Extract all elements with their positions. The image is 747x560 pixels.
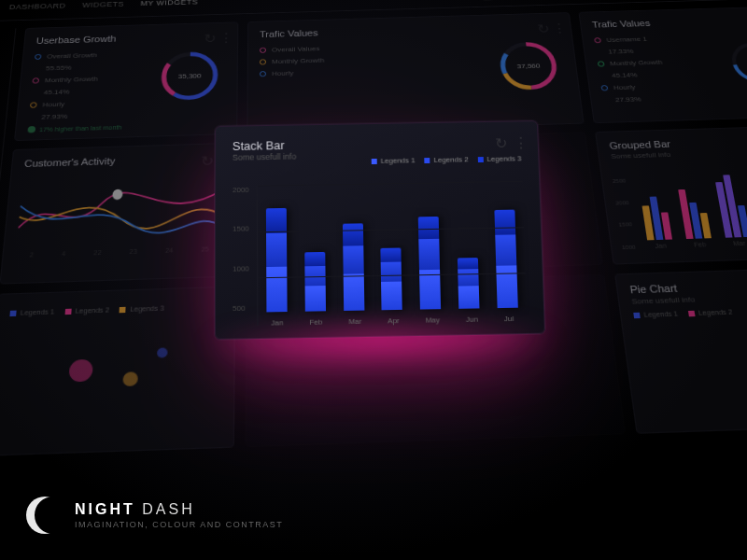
bar [343,223,364,311]
svg-point-10 [112,189,123,200]
panel-title: Pie Chart [629,277,747,295]
grouped-bar-chart: 2500200015001000 Jan Feb Mar [614,173,747,250]
panel-title: Trafic Values [260,21,559,39]
refresh-icon[interactable] [204,31,213,39]
more-icon[interactable] [218,31,228,39]
donut-chart: 37,560 [494,38,564,94]
more-icon[interactable] [514,134,525,146]
brand-title: NIGHT DASH [75,501,283,518]
metric-label: Hourly [42,101,64,109]
legend-item: Legends 2 [75,306,109,314]
sidebar-item-dashboard[interactable]: Dashboard [0,48,13,69]
metric-value: 45.14% [612,67,747,79]
panel-stack-bar-hero: Stack Bar Some usefull info Legends 1 Le… [215,120,545,340]
brand-logo: NIGHT DASH IMAGINATION, COLOUR AND CONTR… [26,497,283,534]
growth-note: 17% higher than last month [27,123,121,133]
bubble-chart [0,319,222,417]
panel-title: Trafic Values [591,15,747,29]
crescent-icon [26,497,63,534]
legend-item: Legends 1 [21,308,55,315]
metric-label: Monthly Growth [272,57,324,65]
donut-center-value: 37,560 [494,38,564,94]
nav-tab-dashboard[interactable]: DASHBOARD [9,2,66,11]
brand-tagline: IMAGINATION, COLOUR AND CONTRAST [75,520,283,529]
more-icon[interactable] [551,21,561,29]
bar [494,210,517,309]
refresh-icon[interactable] [495,134,506,146]
sidebar-item-networking[interactable]: Networking [0,28,15,49]
y-axis: 200015001000500 [233,186,257,327]
refresh-icon[interactable] [536,21,546,30]
panel-title: Customer's Activity [24,152,225,169]
metric-label: Overall Growth [47,51,97,60]
panel-grouped-bar: Grouped Bar Some usefull info Legends 1 … [595,125,747,264]
donut-center-value: 35,300 [156,48,222,104]
stacked-bar-chart: 200015001000500 JanFebMarAprMayJunJul [233,181,527,326]
metric-value: 27.93% [614,91,747,104]
bar [381,248,402,311]
panel-title: Userbase Growth [35,31,226,46]
metric-label: Hourly [613,83,636,91]
panel-pie-chart: Pie Chart Some usefull info Legends 1 Le… [614,267,747,434]
bar [418,217,441,310]
panel-trafic-values-2: Trafic Values Username 1 17.33% Monthly … [578,7,747,124]
bar [304,252,326,312]
panel-legend-bottom: Legends 1 Legends 2 Legends 3 [0,287,235,456]
bar [458,258,480,309]
legend-item: Legends 2 [698,308,732,315]
nav-tab-mywidgets[interactable]: MY WIDGETS [140,0,198,7]
chart-legend: Legends 1 Legends 2 Legends 3 [372,154,522,165]
metric-label: Hourly [272,69,293,77]
trend-up-icon [27,126,35,133]
panel-customers-activity: Customer's Activity 2422232425 [0,143,237,285]
bar [266,208,288,313]
panel-trafic-values-1: Trafic Values Overall Values Monthly Gro… [247,12,584,133]
metric-label: Monthly Growth [610,59,663,67]
legend-item: Legends 3 [130,304,164,312]
line-chart [16,168,224,250]
panel-userbase-growth: Userbase Growth Overall Growth 55.55% Mo… [14,21,238,141]
legend-item: Legends 1 [643,310,678,317]
metric-value: 27.93% [41,108,225,121]
refresh-icon[interactable] [201,153,211,162]
nav-tab-widgets[interactable]: WIDGETS [82,0,124,8]
metric-label: Monthly Growth [45,76,99,84]
donut-chart: 35,300 [156,48,222,104]
metric-label: Overall Values [272,45,320,53]
metric-label: Username 1 [606,35,647,44]
